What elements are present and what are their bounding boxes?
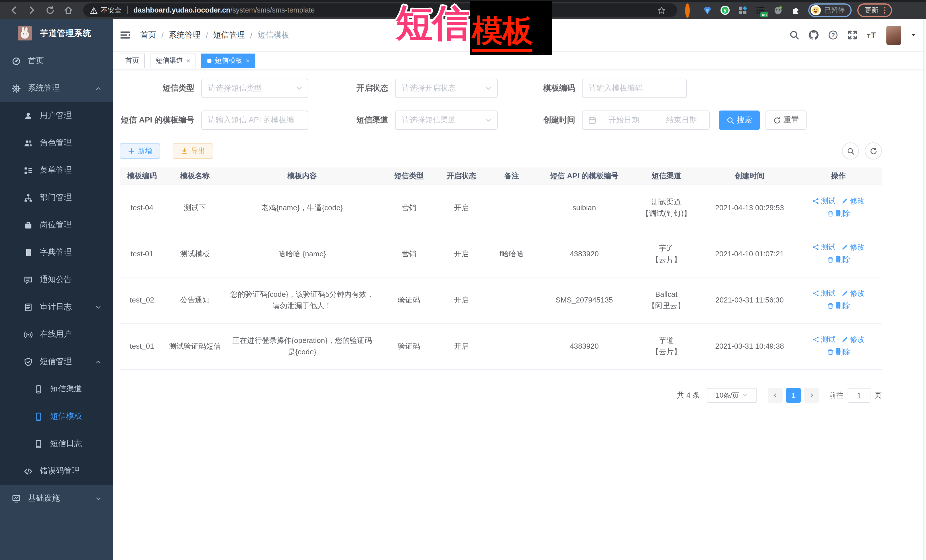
sidebar-item-sms-template[interactable]: 短信模板 [0,403,113,430]
edit-link[interactable]: 修改 [841,195,865,207]
toggle-search-button[interactable] [842,142,859,160]
address-bar[interactable]: 不安全 dashboard.yudao.iocoder.cn /system/s… [83,3,677,17]
extension-gem-icon[interactable] [703,6,712,15]
sidebar-item-dict-mgmt[interactable]: 字典管理 [0,239,113,266]
sidebar-item-menu-mgmt[interactable]: 菜单管理 [0,157,113,184]
hamburger-icon[interactable] [120,30,130,41]
header-search-icon[interactable] [790,30,799,40]
avatar-caret-down-icon[interactable] [911,32,916,38]
test-link[interactable]: 测试 [812,288,836,299]
current-page-button[interactable]: 1 [786,388,801,403]
tab-sms-template[interactable]: 短信模板 × [201,53,256,68]
security-label[interactable]: 不安全 [101,5,121,15]
users-icon [24,139,32,147]
tab-home[interactable]: 首页 [120,53,145,68]
sidebar-item-post-mgmt[interactable]: 岗位管理 [0,211,113,239]
extension-monkey-icon[interactable] [773,6,783,15]
close-tab-icon[interactable]: × [186,57,191,64]
next-page-button[interactable] [804,388,819,403]
test-link[interactable]: 测试 [812,334,836,345]
edit-link[interactable]: 修改 [841,334,865,345]
sidebar-logo-row[interactable]: 芋道管理系统 [0,19,113,47]
extension-green-y-icon[interactable]: y [720,6,729,15]
browser-forward-icon[interactable] [27,6,36,15]
font-size-icon[interactable]: TT [867,30,877,40]
edit-link[interactable]: 修改 [841,288,865,299]
browser-menu-icon[interactable] [881,6,888,14]
delete-link[interactable]: 删除 [827,208,850,219]
cell: 您的验证码{code}，该验证码5分钟内有效，请勿泄漏于他人！ [226,277,378,323]
shield-icon [24,358,32,366]
start-date-placeholder[interactable]: 开始日期 [596,115,652,125]
test-link[interactable]: 测试 [812,242,836,253]
breadcrumb-home[interactable]: 首页 [140,30,156,40]
sidebar-item-infrastructure[interactable]: 基础设施 [0,485,113,512]
api-template-id-input[interactable]: 请输入短信 API 的模板编 [201,110,309,130]
close-tab-icon[interactable]: × [246,57,250,64]
bookmark-star-icon[interactable] [657,6,666,15]
table-row: test-01测试模板哈哈哈 {name}营销开启f哈哈哈4383920芋道【云… [120,231,882,277]
extensions-puzzle-icon[interactable] [791,6,800,15]
url-path[interactable]: /system/sms/sms-template [230,6,315,14]
browser-home-icon[interactable] [64,6,73,15]
delete-link[interactable]: 删除 [827,346,850,358]
sidebar-item-notice[interactable]: 通知公告 [0,266,113,293]
search-icon [847,147,854,155]
window-scrollbar[interactable] [923,19,926,560]
breadcrumb: 首页 / 系统管理 / 短信管理 / 短信模板 [140,30,289,40]
channel-select[interactable]: 请选择短信渠道 [395,110,498,130]
test-link[interactable]: 测试 [812,195,836,207]
breadcrumb-current: 短信模板 [257,30,289,40]
cell: 哈哈哈 {name} [226,231,378,277]
sidebar-item-dept-mgmt[interactable]: 部门管理 [0,184,113,211]
extension-list-icon[interactable]: on [756,6,765,15]
breadcrumb-sms[interactable]: 短信管理 [213,30,245,40]
sidebar-item-audit-log[interactable]: 审计日志 [0,293,113,321]
extension-grid-icon[interactable] [738,6,747,15]
sidebar-item-error-code-mgmt[interactable]: 错误码管理 [0,457,113,485]
tab-sms-channel[interactable]: 短信渠道 × [150,53,196,68]
sms-type-select[interactable]: 请选择短信类型 [201,78,309,98]
prev-page-button[interactable] [768,388,783,403]
user-avatar[interactable] [887,25,901,45]
help-icon[interactable]: ? [828,30,838,40]
refresh-table-button[interactable] [865,142,882,160]
delete-link[interactable]: 删除 [827,254,850,266]
github-icon[interactable] [809,30,819,40]
goto-page-input[interactable]: 1 [847,388,870,403]
browser-reload-icon[interactable] [45,6,55,15]
browser-update-button[interactable]: 更新 [857,3,892,17]
sidebar-item-sms-channel[interactable]: 短信渠道 [0,376,113,403]
delete-link[interactable]: 删除 [827,300,850,312]
created-time-label: 创建时间 [509,115,575,125]
share-icon [812,244,819,251]
reset-button[interactable]: 重置 [766,110,806,130]
sidebar-item-home[interactable]: 首页 [0,47,113,75]
sidebar-item-system-mgmt[interactable]: 系统管理 [0,75,113,102]
insecure-warning-icon[interactable] [90,6,97,14]
profile-paused-pill[interactable]: 已暂停 [808,3,852,17]
end-date-placeholder[interactable]: 结束日期 [654,115,709,125]
page-size-select[interactable]: 10条/页 [707,388,757,403]
date-range-picker[interactable]: 开始日期 - 结束日期 [582,110,710,130]
breadcrumb-system[interactable]: 系统管理 [169,30,201,40]
sidebar-item-online-user[interactable]: 在线用户 [0,321,113,348]
status-select[interactable]: 请选择开启状态 [395,78,498,98]
browser-back-icon[interactable] [9,6,18,15]
export-button[interactable]: 导出 [173,143,213,159]
sidebar-item-sms-mgmt[interactable]: 短信管理 [0,348,113,376]
add-button[interactable]: 新增 [120,143,160,159]
search-button[interactable]: 搜索 [719,110,760,130]
fullscreen-icon[interactable] [847,30,857,40]
sidebar-item-user-mgmt[interactable]: 用户管理 [0,102,113,129]
url-host[interactable]: dashboard.yudao.iocoder.cn [133,6,230,14]
trash-icon [827,257,834,263]
sidebar-item-role-mgmt[interactable]: 角色管理 [0,129,113,157]
pagination: 共 4 条 10条/页 1 前往 1 页 [120,388,882,403]
template-code-input[interactable]: 请输入模板编码 [582,78,687,98]
sidebar-item-sms-log[interactable]: 短信日志 [0,430,113,457]
extension-ring-icon[interactable] [685,6,694,15]
dashboard-icon [12,57,21,65]
edit-link[interactable]: 修改 [841,242,865,253]
edit-icon [841,336,848,343]
